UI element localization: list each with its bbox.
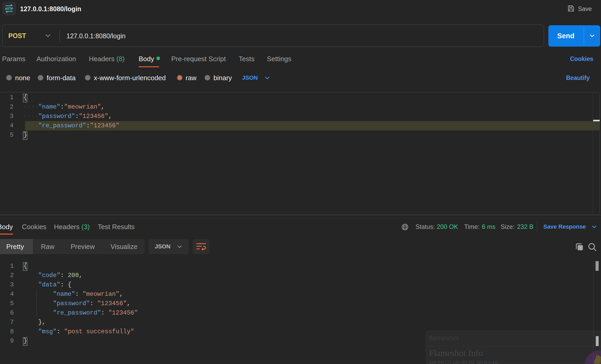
svg-text:HTTP: HTTP: [5, 7, 13, 11]
